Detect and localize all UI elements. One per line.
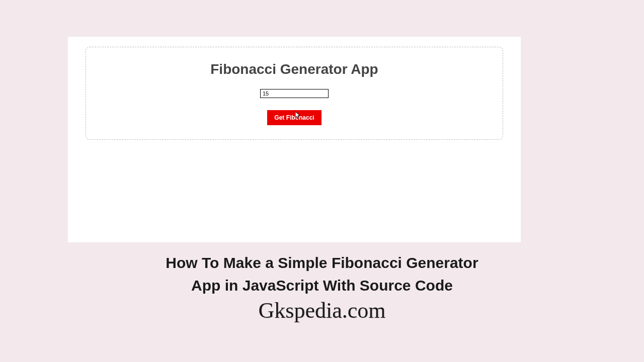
app-title: Fibonacci Generator App: [96, 61, 493, 77]
article-section: How To Make a Simple Fibonacci Generator…: [0, 251, 644, 323]
get-fibonacci-button[interactable]: Get Fibonacci: [267, 110, 321, 125]
fibonacci-number-input[interactable]: [260, 89, 329, 98]
site-name: Gkspedia.com: [0, 298, 644, 323]
app-container: Fibonacci Generator App Get Fibonacci: [86, 47, 503, 140]
app-window: Fibonacci Generator App Get Fibonacci: [68, 36, 521, 242]
article-title: How To Make a Simple Fibonacci Generator…: [151, 251, 493, 297]
